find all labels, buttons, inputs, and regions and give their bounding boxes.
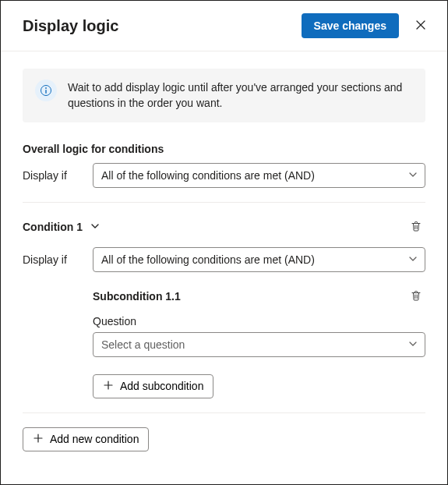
overall-logic-label: Overall logic for conditions [23, 143, 425, 155]
svg-rect-2 [45, 90, 46, 94]
panel-title: Display logic [23, 17, 302, 35]
condition-1-select[interactable]: All of the following conditions are met … [93, 247, 425, 272]
add-new-condition-row: Add new condition [23, 427, 425, 451]
divider [23, 202, 425, 203]
close-icon [414, 19, 427, 34]
add-subcondition-button[interactable]: Add subcondition [93, 374, 213, 398]
question-label: Question [93, 315, 425, 327]
condition-1-title: Condition 1 [23, 221, 83, 233]
condition-1-header: Condition 1 [23, 217, 425, 238]
info-message: Wait to add display logic until after yo… [23, 69, 425, 122]
close-button[interactable] [410, 14, 432, 38]
trash-icon [410, 220, 422, 235]
overall-display-if-row: Display if All of the following conditio… [23, 163, 425, 188]
chevron-down-icon [90, 221, 100, 233]
save-changes-button[interactable]: Save changes [302, 13, 399, 38]
subcondition-1-1-title: Subcondition 1.1 [93, 290, 181, 303]
add-new-condition-button[interactable]: Add new condition [23, 427, 149, 451]
panel-body: Wait to add display logic until after yo… [1, 51, 447, 466]
info-text: Wait to add display logic until after yo… [68, 80, 413, 112]
svg-point-1 [45, 87, 47, 89]
add-subcondition-label: Add subcondition [120, 380, 203, 392]
condition-1-value: All of the following conditions are met … [101, 253, 315, 266]
add-subcondition-row: Add subcondition [93, 374, 425, 398]
info-icon [35, 80, 57, 101]
trash-icon [410, 289, 422, 304]
question-placeholder: Select a question [101, 338, 185, 351]
condition-1-expand-toggle[interactable] [87, 218, 103, 236]
condition-1-display-if-label: Display if [23, 253, 83, 266]
overall-condition-select[interactable]: All of the following conditions are met … [93, 163, 425, 188]
overall-condition-value: All of the following conditions are met … [101, 169, 315, 182]
panel-header: Display logic Save changes [1, 1, 447, 51]
question-select[interactable]: Select a question [93, 332, 425, 357]
divider [23, 412, 425, 413]
overall-display-if-label: Display if [23, 169, 83, 182]
plus-icon [33, 433, 44, 446]
plus-icon [103, 380, 114, 393]
subcondition-1-1-block: Subcondition 1.1 Question Select a quest… [93, 286, 425, 357]
subcondition-1-1-delete-button[interactable] [407, 286, 425, 307]
condition-1-delete-button[interactable] [407, 217, 425, 238]
subcondition-1-1-header: Subcondition 1.1 [93, 286, 425, 307]
add-new-condition-label: Add new condition [50, 433, 139, 445]
display-logic-panel: Display logic Save changes Wait to add d… [0, 0, 448, 485]
condition-1-display-if-row: Display if All of the following conditio… [23, 247, 425, 272]
